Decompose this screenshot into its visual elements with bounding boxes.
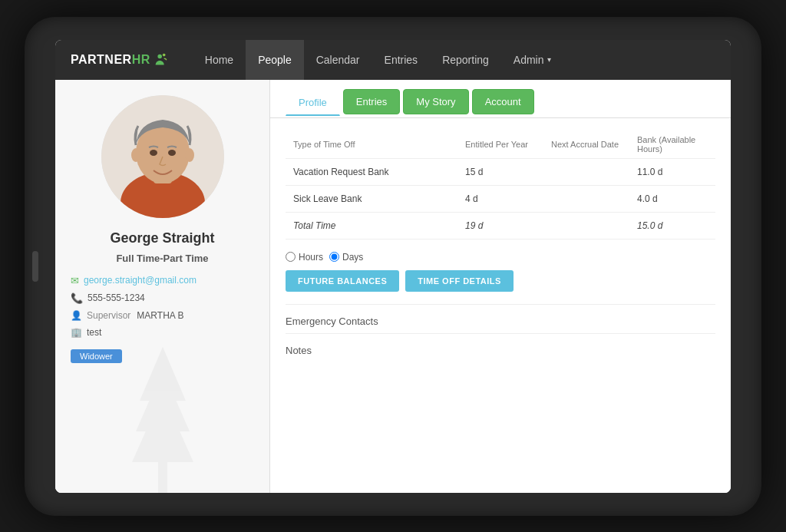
tablet-screen: PARTNERHR Home People Calendar Entries R… (55, 40, 731, 493)
phone-icon: 📞 (71, 292, 83, 304)
nav-entries[interactable]: Entries (372, 40, 431, 80)
logo-text: PARTNERHR (71, 53, 150, 67)
days-radio[interactable] (329, 252, 339, 262)
navbar: PARTNERHR Home People Calendar Entries R… (55, 40, 731, 80)
nav-links: Home People Calendar Entries Reporting A… (193, 40, 563, 80)
svg-point-12 (131, 148, 140, 162)
row1-entitled: 15 d (457, 158, 543, 185)
profile-department-row: 🏢 test (71, 327, 254, 338)
row2-bank: 4.0 d (629, 185, 715, 212)
tab-account[interactable]: Account (472, 89, 534, 114)
supervisor-label: Supervisor (87, 310, 130, 321)
svg-rect-5 (158, 462, 167, 493)
profile-avatar (101, 95, 224, 218)
supervisor-name: MARTHA B (137, 310, 183, 321)
total-accrual (543, 212, 629, 239)
profile-title: Full Time-Part Time (116, 253, 208, 264)
logo-partner: PARTNER (71, 53, 132, 66)
svg-point-10 (150, 150, 157, 156)
row2-accrual (543, 185, 629, 212)
tab-profile[interactable]: Profile (286, 90, 340, 116)
future-balances-button[interactable]: FUTURE BALANCES (286, 270, 399, 292)
nav-calendar[interactable]: Calendar (304, 40, 372, 80)
logo: PARTNERHR (71, 51, 170, 68)
svg-point-11 (168, 150, 176, 156)
profile-email-row: ✉ george.straight@gmail.com (71, 275, 254, 286)
hours-radio[interactable] (286, 252, 296, 262)
hours-radio-label[interactable]: Hours (286, 252, 323, 263)
profile-phone-row: 📞 555-555-1234 (71, 292, 254, 304)
tab-entries[interactable]: Entries (343, 89, 400, 114)
col-header-type: Type of Time Off (286, 131, 457, 159)
nav-admin[interactable]: Admin ▾ (501, 40, 563, 80)
profile-phone: 555-555-1234 (88, 292, 145, 303)
row1-accrual (543, 158, 629, 185)
supervisor-icon: 👤 (71, 310, 82, 321)
email-icon: ✉ (71, 275, 79, 286)
nav-reporting[interactable]: Reporting (430, 40, 501, 80)
col-header-entitled: Entitled Per Year (457, 131, 543, 159)
table-row-total: Total Time 19 d 15.0 d (286, 212, 715, 239)
action-buttons: FUTURE BALANCES TIME OFF DETAILS (286, 270, 715, 292)
total-bank: 15.0 d (629, 212, 715, 239)
emergency-contacts-section[interactable]: Emergency Contacts (286, 304, 715, 333)
row2-type: Sick Leave Bank (286, 185, 457, 212)
hours-label: Hours (299, 252, 323, 263)
tabs-bar: Profile Entries My Story Account (270, 80, 731, 118)
days-label: Days (342, 252, 363, 263)
logo-person-icon (153, 51, 170, 68)
row2-entitled: 4 d (457, 185, 543, 212)
row1-bank: 11.0 d (629, 158, 715, 185)
time-unit-toggle: Hours Days (286, 252, 715, 263)
profile-supervisor-row: 👤 Supervisor MARTHA B (71, 310, 254, 321)
main-content: George Straight Full Time-Part Time ✉ ge… (55, 80, 731, 493)
days-radio-label[interactable]: Days (329, 252, 363, 263)
time-off-details-button[interactable]: TIME OFF DETAILS (405, 270, 514, 292)
tab-my-story[interactable]: My Story (403, 89, 468, 114)
col-header-accrual: Next Accrual Date (543, 131, 629, 159)
svg-point-1 (163, 53, 166, 56)
table-row: Vacation Request Bank 15 d 11.0 d (286, 158, 715, 185)
tablet-frame: PARTNERHR Home People Calendar Entries R… (25, 17, 761, 516)
content-area: Type of Time Off Entitled Per Year Next … (270, 118, 731, 493)
table-row: Sick Leave Bank 4 d 4.0 d (286, 185, 715, 212)
row1-type: Vacation Request Bank (286, 158, 457, 185)
profile-email[interactable]: george.straight@gmail.com (84, 275, 196, 286)
time-off-table: Type of Time Off Entitled Per Year Next … (286, 131, 715, 240)
svg-point-0 (157, 54, 162, 58)
admin-dropdown-arrow: ▾ (547, 55, 551, 64)
total-type: Total Time (286, 212, 457, 239)
right-panel: Profile Entries My Story Account Type of… (270, 80, 731, 493)
nav-people[interactable]: People (246, 40, 304, 80)
svg-point-13 (185, 148, 194, 162)
profile-name: George Straight (110, 230, 214, 246)
left-panel: George Straight Full Time-Part Time ✉ ge… (55, 80, 270, 493)
tablet-home-button[interactable] (32, 251, 38, 282)
profile-department: test (87, 327, 101, 338)
tree-decoration (55, 339, 269, 493)
col-header-bank: Bank (Available Hours) (629, 131, 715, 159)
department-icon: 🏢 (71, 327, 82, 338)
logo-hr: HR (132, 53, 150, 66)
notes-section[interactable]: Notes (286, 333, 715, 362)
nav-home[interactable]: Home (193, 40, 246, 80)
total-entitled: 19 d (457, 212, 543, 239)
